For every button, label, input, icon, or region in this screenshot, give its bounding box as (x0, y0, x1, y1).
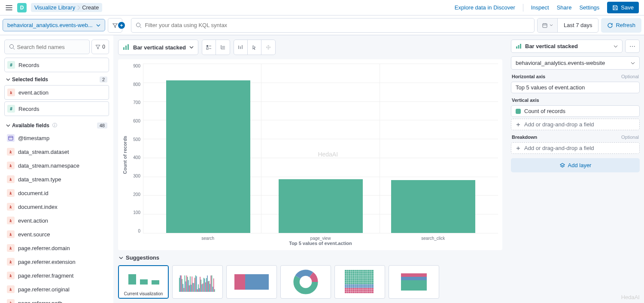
svg-rect-196 (351, 286, 352, 288)
data-view-selector[interactable]: behavioral_analytics.events-web... (3, 19, 105, 31)
suggestion-donut[interactable] (280, 265, 331, 299)
suggestions-toggle[interactable]: Suggestions (118, 250, 502, 265)
available-fields-toggle[interactable]: Available fields ⓘ 48 (4, 118, 109, 131)
field-item[interactable]: kpage.referrer.domain (4, 241, 109, 255)
settings-link[interactable]: Settings (579, 4, 599, 11)
chart-type-selector[interactable]: Bar vertical stacked (118, 40, 198, 55)
save-button[interactable]: Save (607, 2, 639, 13)
svg-rect-82 (362, 272, 364, 273)
hamburger-icon (5, 4, 13, 12)
svg-rect-5 (125, 46, 127, 50)
breakdown-add-field[interactable]: Add or drag-and-drop a field (511, 142, 640, 154)
field-item[interactable]: #Records (4, 101, 109, 116)
field-item[interactable]: kpage.referrer.path (4, 296, 109, 303)
svg-rect-233 (364, 290, 366, 291)
axes-icon (220, 44, 226, 50)
svg-rect-84 (366, 272, 368, 273)
svg-rect-39 (204, 278, 204, 292)
v-axis-dimension[interactable]: Count of records (511, 105, 640, 117)
layer-data-view-selector[interactable]: behavioral_analytics.events-website (511, 56, 640, 70)
svg-rect-124 (356, 277, 358, 279)
field-item[interactable]: kdata_stream.dataset (4, 145, 109, 159)
h-axis-dimension[interactable]: Top 5 values of event.action (511, 82, 640, 93)
svg-rect-204 (366, 286, 368, 288)
add-layer-button[interactable]: Add layer (511, 158, 640, 172)
suggestion-current[interactable]: Current visualization (118, 265, 169, 299)
svg-rect-212 (352, 288, 354, 290)
calendar-button[interactable] (538, 18, 558, 32)
field-item[interactable]: kevent.source (4, 227, 109, 241)
field-filter-button[interactable]: 0 (91, 40, 109, 54)
inspect-link[interactable]: Inspect (531, 4, 549, 11)
axes-settings-button[interactable] (216, 40, 230, 55)
bar[interactable] (391, 180, 476, 233)
fields-sidebar: 0 # Records Selected fields 2 kevent.act… (0, 35, 114, 303)
cursor-tool-button[interactable] (248, 40, 261, 55)
layer-viz-type-selector[interactable]: Bar vertical stacked (511, 40, 623, 53)
svg-rect-229 (356, 290, 358, 291)
kw-type-icon: k (7, 162, 15, 169)
svg-rect-115 (368, 275, 370, 277)
layer-more-button[interactable]: ⋯ (625, 40, 640, 53)
bar[interactable] (166, 80, 251, 233)
field-search-wrap (4, 40, 90, 54)
nav-menu-button[interactable] (5, 4, 13, 12)
field-item[interactable]: kpage.referrer.fragment (4, 269, 109, 282)
explore-discover-link[interactable]: Explore data in Discover (455, 4, 515, 11)
time-range-display[interactable]: Last 7 days (558, 22, 598, 28)
svg-rect-114 (366, 275, 368, 277)
field-item[interactable]: kpage.referrer.extension (4, 255, 109, 269)
kql-input[interactable] (145, 22, 530, 28)
svg-rect-118 (345, 277, 346, 279)
svg-rect-76 (351, 272, 352, 273)
legend-toggle-button[interactable] (202, 40, 216, 55)
suggestion-stacked-horizontal[interactable] (226, 265, 277, 299)
svg-rect-8 (207, 48, 208, 49)
refresh-button[interactable]: Refresh (601, 18, 641, 33)
svg-rect-232 (362, 290, 364, 291)
field-item[interactable]: kevent.action (4, 85, 109, 100)
svg-rect-178 (345, 285, 346, 286)
kw-type-icon: k (7, 244, 15, 252)
field-item[interactable]: kdocument.id (4, 186, 109, 200)
svg-rect-255 (401, 280, 427, 291)
field-item[interactable]: kevent.action (4, 214, 109, 227)
svg-rect-190 (368, 285, 370, 286)
time-picker[interactable]: Last 7 days (537, 18, 599, 33)
kw-type-icon: k (7, 285, 15, 293)
brush-icon (237, 44, 243, 50)
field-item[interactable]: kdocument.index (4, 200, 109, 214)
records-field[interactable]: # Records (4, 58, 109, 72)
chevron-down-icon (119, 256, 123, 260)
bar[interactable] (279, 179, 363, 233)
field-item[interactable]: @timestamp (4, 131, 109, 145)
svg-rect-116 (370, 275, 372, 277)
svg-rect-81 (360, 272, 362, 273)
v-axis-add-field[interactable]: Add or drag-and-drop a field (511, 119, 640, 130)
kw-type-icon: k (7, 203, 15, 211)
space-avatar[interactable]: D (17, 3, 27, 12)
add-filter-button[interactable] (118, 22, 125, 29)
svg-rect-134 (347, 279, 349, 281)
selected-fields-toggle[interactable]: Selected fields 2 (4, 72, 109, 85)
svg-rect-153 (355, 281, 356, 282)
svg-rect-59 (347, 270, 349, 272)
suggestion-histogram[interactable] (172, 265, 223, 299)
field-item[interactable]: kdata_stream.type (4, 172, 109, 186)
field-search-input[interactable] (17, 44, 85, 50)
svg-rect-117 (372, 275, 374, 277)
svg-rect-130 (368, 277, 370, 279)
field-item[interactable]: kpage.referrer.original (4, 282, 109, 296)
svg-rect-128 (364, 277, 366, 279)
svg-rect-54 (258, 274, 269, 290)
svg-rect-151 (351, 281, 352, 282)
filter-icon (112, 22, 118, 28)
field-item[interactable]: kdata_stream.namespace (4, 159, 109, 172)
brush-tool-button[interactable] (234, 40, 248, 55)
svg-rect-26 (191, 276, 192, 292)
share-link[interactable]: Share (557, 4, 572, 11)
suggestion-stacked-bar[interactable] (389, 265, 439, 299)
suggestion-heatmap[interactable] (334, 265, 385, 299)
breadcrumb-library[interactable]: Visualize Library (34, 4, 75, 11)
svg-rect-47 (211, 275, 212, 292)
